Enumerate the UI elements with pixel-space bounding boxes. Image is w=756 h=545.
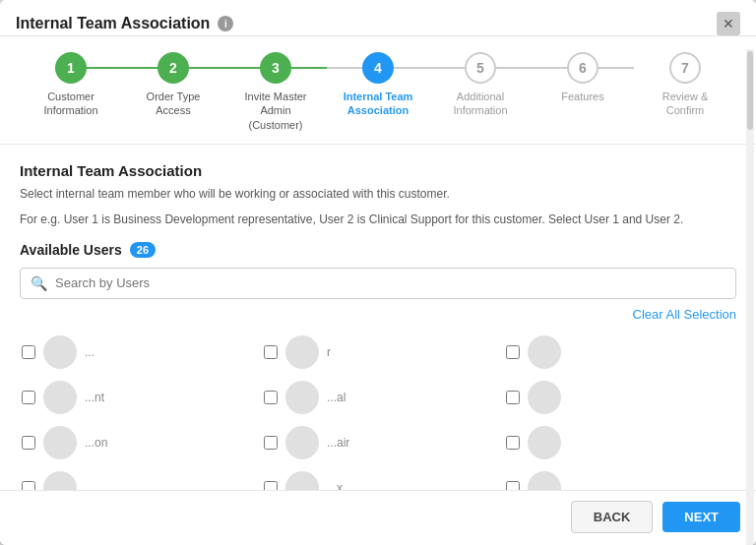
available-users-row: Available Users 26 [20,242,736,258]
step-circle-5: 5 [465,52,496,84]
avatar [528,381,561,414]
available-users-label: Available Users [20,242,122,258]
search-box: 🔍 [20,268,736,299]
step-circle-4: 4 [362,52,394,84]
avatar [43,426,77,459]
step-circle-7: 7 [669,52,701,84]
avatar [285,471,319,490]
user-col-1: ... ...nt ...on [20,330,252,490]
user-checkbox[interactable] [264,391,278,404]
close-button[interactable]: ✕ [717,12,740,35]
users-count-badge: 26 [130,242,156,258]
user-checkbox[interactable] [506,391,520,404]
list-item: ...air [262,420,494,465]
user-checkbox[interactable] [22,481,35,490]
list-item [504,420,736,465]
modal-body: Internal Team Association Select interna… [0,145,756,490]
user-checkbox[interactable] [22,345,35,359]
scrollbar-thumb[interactable] [747,51,753,130]
step-label-1: CustomerInformation [43,90,97,118]
avatar [285,381,319,414]
user-col-2: r ...al ...air ...x [262,330,494,490]
avatar [43,335,77,369]
avatar [528,335,561,369]
section-title: Internal Team Association [20,162,736,179]
example-text: For e.g. User 1 is Business Development … [20,211,736,228]
step-label-7: Review & Confirm [646,90,724,118]
list-item: ...on [20,420,252,465]
list-item: r [262,330,494,375]
user-checkbox[interactable] [264,345,278,359]
step-label-3: Invite Master Admin (Customer) [236,90,315,132]
step-7: 7 Review & Confirm [634,52,736,118]
step-circle-1: 1 [55,52,87,84]
step-label-4: Internal Team Association [339,90,417,118]
modal-footer: BACK NEXT [0,490,756,545]
avatar [285,335,319,369]
list-item: ...al [262,375,494,420]
user-grid: ... ...nt ...on [20,330,736,490]
step-label-6: Features [561,90,603,103]
avatar [43,381,77,414]
user-name: r [327,345,331,359]
user-col-3 [504,330,736,490]
list-item [20,465,252,490]
section-desc: Select internal team member who will be … [20,185,736,203]
next-button[interactable]: NEXT [662,502,740,532]
step-6: 6 Features [532,52,634,103]
step-1: 1 CustomerInformation [20,52,122,118]
step-label-2: Order Type Access [134,90,213,118]
modal-title: Internal Team Association [16,15,210,32]
user-checkbox[interactable] [264,436,278,450]
user-checkbox[interactable] [506,481,520,490]
clear-link-row: Clear All Selection [20,307,736,322]
clear-all-link[interactable]: Clear All Selection [633,307,737,322]
user-checkbox[interactable] [506,436,520,450]
back-button[interactable]: BACK [571,501,654,533]
user-name: ...on [85,436,107,450]
step-label-5: Additional Information [441,90,520,118]
step-circle-6: 6 [567,52,598,84]
user-name: ... [85,345,94,359]
scrollbar-track[interactable] [746,49,754,545]
info-icon[interactable]: i [218,16,233,31]
user-name: ...al [327,391,346,404]
user-checkbox[interactable] [22,391,35,404]
step-5: 5 Additional Information [429,52,532,118]
modal-title-row: Internal Team Association i [16,15,233,32]
avatar [528,426,561,459]
list-item: ...nt [20,375,252,420]
list-item: ... [20,330,252,375]
user-name: ...air [327,436,349,450]
list-item [504,465,736,490]
search-input[interactable] [55,275,725,290]
avatar [43,471,77,490]
modal-header: Internal Team Association i ✕ [0,0,756,36]
list-item [504,330,736,375]
list-item: ...x [262,465,494,490]
user-checkbox[interactable] [264,481,278,490]
stepper: 1 CustomerInformation 2 Order Type Acces… [0,36,756,145]
search-icon: 🔍 [31,275,47,291]
user-name: ...x [327,481,343,490]
step-4: 4 Internal Team Association [327,52,429,118]
modal: Internal Team Association i ✕ 1 Customer… [0,0,756,545]
step-circle-2: 2 [158,52,189,84]
user-checkbox[interactable] [506,345,520,359]
avatar [285,426,319,459]
step-3: 3 Invite Master Admin (Customer) [224,52,327,132]
user-name: ...nt [85,391,104,404]
list-item [504,375,736,420]
user-checkbox[interactable] [22,436,35,450]
step-circle-3: 3 [260,52,291,84]
avatar [528,471,561,490]
step-2: 2 Order Type Access [122,52,224,118]
